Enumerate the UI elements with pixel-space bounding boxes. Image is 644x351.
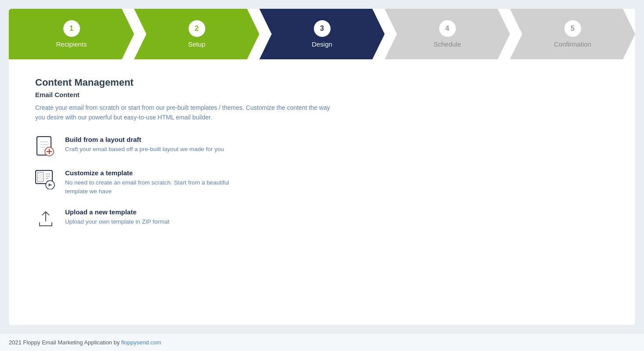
step-number-5: 5: [564, 20, 581, 37]
step-design[interactable]: 3 Design: [259, 9, 385, 59]
content-area: Content Management Email Content Create …: [9, 59, 635, 325]
step-number-3: 3: [314, 20, 331, 37]
step-label-setup: Setup: [188, 40, 205, 48]
template-icon: [35, 169, 56, 190]
step-number-4: 4: [439, 20, 456, 37]
option-desc-customize-template: No need to create an email from scratch.…: [65, 178, 241, 196]
section-subtitle: Email Content: [35, 91, 609, 98]
option-desc-upload-template: Upload your own template in ZIP format: [65, 217, 170, 226]
section-description: Create your email from scratch or start …: [35, 103, 334, 123]
step-setup[interactable]: 2 Setup: [134, 9, 259, 59]
option-title-build-draft: Build from a layout draft: [65, 136, 224, 143]
step-number-2: 2: [189, 20, 205, 37]
step-label-recipients: Recipients: [56, 40, 87, 48]
file-plus-icon: [35, 136, 56, 157]
section-title: Content Management: [35, 77, 609, 88]
step-confirmation[interactable]: 5 Confirmation: [510, 9, 635, 59]
step-recipients[interactable]: 1 Recipients: [9, 9, 134, 59]
option-text-customize-template: Customize a template No need to create a…: [65, 169, 241, 196]
step-number-1: 1: [63, 20, 80, 37]
svg-rect-8: [37, 172, 44, 182]
step-label-design: Design: [312, 40, 332, 48]
option-title-customize-template: Customize a template: [65, 169, 241, 177]
option-desc-build-draft: Craft your email based off a pre-built l…: [65, 145, 224, 154]
option-title-upload-template: Upload a new template: [65, 208, 170, 216]
upload-icon: [35, 208, 56, 229]
step-label-confirmation: Confirmation: [554, 40, 591, 48]
footer: 2021 Floppy Email Marketing Application …: [0, 334, 644, 351]
option-list: Build from a layout draft Craft your ema…: [35, 136, 609, 230]
option-build-draft[interactable]: Build from a layout draft Craft your ema…: [35, 136, 609, 157]
step-label-schedule: Schedule: [433, 40, 461, 48]
option-customize-template[interactable]: Customize a template No need to create a…: [35, 169, 609, 196]
footer-link[interactable]: floppysend.com: [121, 339, 161, 346]
step-schedule[interactable]: 4 Schedule: [385, 9, 510, 59]
option-text-build-draft: Build from a layout draft Craft your ema…: [65, 136, 224, 154]
option-text-upload-template: Upload a new template Upload your own te…: [65, 208, 170, 226]
footer-text: 2021 Floppy Email Marketing Application …: [9, 339, 121, 346]
option-upload-template[interactable]: Upload a new template Upload your own te…: [35, 208, 609, 229]
stepper: 1 Recipients 2 Setup 3 Design 4 Schedule…: [9, 9, 635, 59]
main-container: 1 Recipients 2 Setup 3 Design 4 Schedule…: [9, 9, 635, 325]
